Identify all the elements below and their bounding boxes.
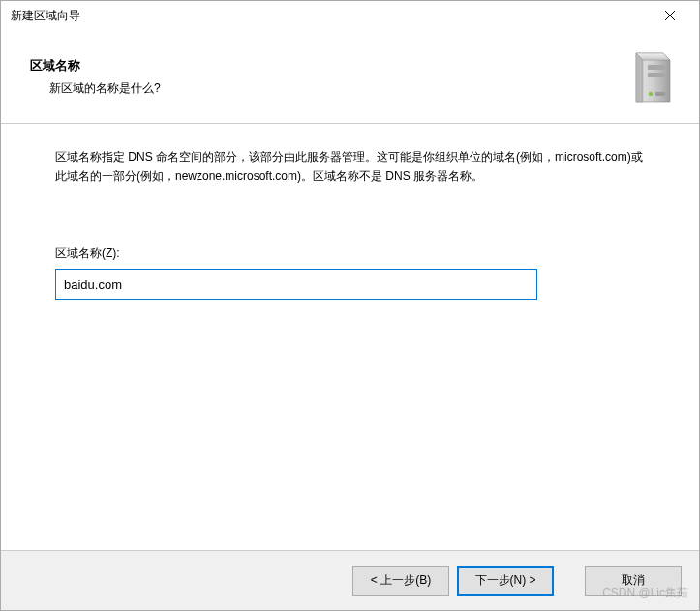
- svg-marker-4: [636, 53, 643, 102]
- next-button[interactable]: 下一步(N) >: [457, 566, 554, 596]
- wizard-content: 区域名称指定 DNS 命名空间的部分，该部分由此服务器管理。这可能是你组织单位的…: [1, 124, 699, 550]
- zone-name-label: 区域名称(Z):: [55, 245, 645, 261]
- header-title: 区域名称: [30, 57, 625, 75]
- server-icon: [625, 44, 680, 109]
- svg-rect-5: [648, 65, 665, 70]
- cancel-button[interactable]: 取消: [585, 566, 682, 596]
- wizard-footer: < 上一步(B) 下一步(N) > 取消: [1, 550, 699, 610]
- titlebar: 新建区域向导: [1, 1, 699, 30]
- close-icon: [664, 10, 676, 21]
- window-title: 新建区域向导: [11, 8, 651, 24]
- header-text-block: 区域名称 新区域的名称是什么?: [30, 57, 625, 97]
- close-button[interactable]: [651, 1, 689, 30]
- wizard-header: 区域名称 新区域的名称是什么?: [1, 30, 699, 123]
- header-subtitle: 新区域的名称是什么?: [30, 80, 625, 97]
- svg-point-7: [649, 92, 653, 96]
- svg-rect-8: [655, 92, 665, 96]
- svg-rect-6: [648, 73, 665, 77]
- description-text: 区域名称指定 DNS 命名空间的部分，该部分由此服务器管理。这可能是你组织单位的…: [55, 147, 645, 187]
- zone-name-input[interactable]: [55, 269, 537, 300]
- back-button[interactable]: < 上一步(B): [352, 566, 449, 596]
- wizard-dialog: 新建区域向导 区域名称 新区域的名称是什么?: [0, 0, 700, 611]
